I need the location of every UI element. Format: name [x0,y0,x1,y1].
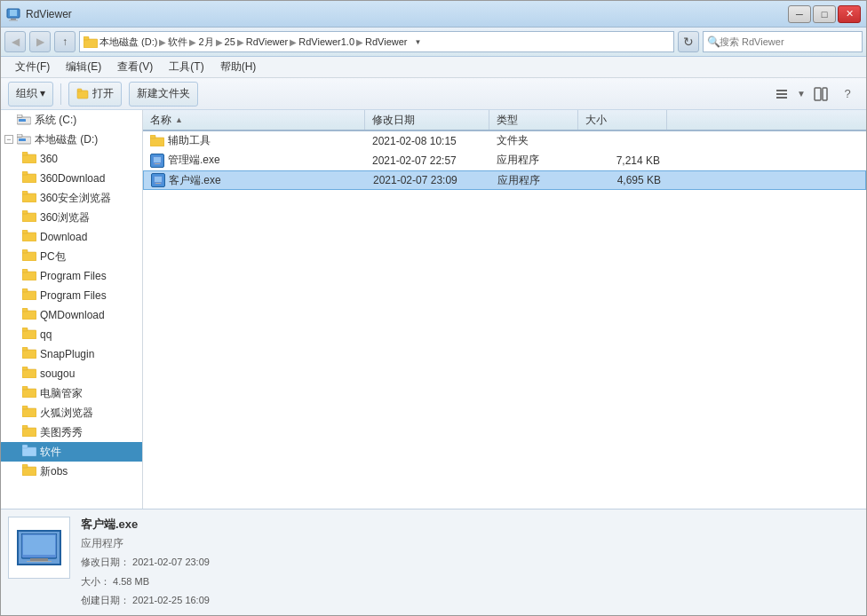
sidebar-item-4[interactable]: Download [1,227,142,247]
svg-rect-2 [11,19,16,20]
status-detail-created: 创建日期： 2021-02-25 16:09 [81,593,859,609]
menu-tools[interactable]: 工具(T) [162,58,211,76]
forward-button[interactable]: ▶ [29,31,51,52]
sidebar-item-7[interactable]: Program Files [1,286,142,305]
file-list-body: 辅助工具 2021-02-08 10:15 文件夹 管理端.exe 2021-0… [143,131,866,509]
sidebar-item-13[interactable]: 火狐浏览器 [1,403,142,423]
help-button[interactable]: ? [836,83,859,106]
sidebar-label-10: SnapPlugin [40,348,94,360]
address-bar[interactable]: 本地磁盘 (D:) ▶ 软件 ▶ 2月 ▶ 25 ▶ RdViewer ▶ Rd… [79,31,674,52]
sidebar-item-3[interactable]: 360浏览器 [1,208,142,227]
toolbar: 组织 ▾ 打开 新建文件夹 ▼ [1,78,866,110]
sidebar-label-14: 美图秀秀 [40,425,83,440]
nav-area: ◀ ▶ ↑ 本地磁盘 (D:) ▶ 软件 ▶ 2月 ▶ 25 ▶ [1,28,866,57]
folder-icon-12 [22,386,36,400]
sidebar-item-14[interactable]: 美图秀秀 [1,423,142,442]
view-details-button[interactable] [770,83,793,106]
sidebar-item-1[interactable]: 360Download [1,169,142,188]
svg-rect-8 [776,90,787,91]
folder-icon-8 [22,308,36,322]
sidebar-label-9: qq [40,328,52,341]
window-icon [6,7,20,21]
open-label: 打开 [92,86,114,101]
svg-rect-29 [22,252,36,261]
view-dropdown-arrow[interactable]: ▼ [797,89,806,99]
col-header-date[interactable]: 修改日期 [365,110,489,130]
folder-icon-10 [22,347,36,361]
sidebar-label-12: 电脑管家 [40,386,83,401]
menu-edit[interactable]: 编辑(E) [59,58,108,76]
sidebar-item-8[interactable]: QMDownload [1,305,142,325]
refresh-button[interactable]: ↻ [678,31,699,52]
sidebar-item-11[interactable]: sougou [1,364,142,383]
toolbar-separator-1 [60,83,61,105]
status-preview-icon [17,530,61,565]
status-detail-modify: 修改日期： 2021-02-07 23:09 [81,555,859,571]
search-input[interactable] [720,36,858,47]
file-list-header: 名称 ▲ 修改日期 类型 大小 [143,110,866,131]
back-button[interactable]: ◀ [4,31,26,52]
minimize-button[interactable]: ─ [788,5,811,23]
status-created-label: 创建日期： [81,595,130,605]
address-dropdown-button[interactable]: ▼ [411,31,426,52]
col-header-size[interactable]: 大小 [578,110,667,130]
svg-rect-51 [22,467,36,476]
svg-rect-62 [23,535,55,555]
sidebar: 系统 (C:) − 本地磁盘 (D:) 360 360Download [1,110,143,509]
svg-rect-11 [815,88,821,100]
file-type-2: 应用程序 [490,173,579,188]
sidebar-item-d-drive[interactable]: − 本地磁盘 (D:) [1,130,142,149]
expand-d-icon[interactable]: − [4,135,13,144]
up-button[interactable]: ↑ [54,31,76,52]
menu-help[interactable]: 帮助(H) [213,58,264,76]
file-row-0[interactable]: 辅助工具 2021-02-08 10:15 文件夹 [143,131,866,151]
folder-icon-11 [22,367,36,381]
menu-view[interactable]: 查看(V) [110,58,160,76]
sidebar-item-c-drive[interactable]: 系统 (C:) [1,110,142,130]
file-size-1: 7,214 KB [578,154,667,167]
c-drive-icon [17,115,31,126]
svg-rect-19 [22,154,36,163]
preview-pane-button[interactable] [809,83,832,106]
sidebar-item-9[interactable]: qq [1,325,142,344]
new-folder-button[interactable]: 新建文件夹 [129,82,198,107]
sidebar-item-15[interactable]: 软件 [1,442,142,462]
maximize-button[interactable]: □ [813,5,836,23]
status-size-value: 4.58 MB [113,576,149,587]
col-header-type[interactable]: 类型 [489,110,578,130]
close-button[interactable]: ✕ [838,5,861,23]
svg-rect-57 [155,163,160,164]
open-button[interactable]: 打开 [68,82,122,107]
svg-rect-15 [17,115,22,118]
folder-icon-0 [22,152,36,166]
svg-rect-26 [22,210,28,214]
svg-rect-12 [823,88,827,100]
file-type-1: 应用程序 [489,153,578,168]
menu-file[interactable]: 文件(F) [8,58,57,76]
status-bar: 客户端.exe 应用程序 修改日期： 2021-02-07 23:09 大小： … [1,509,866,615]
col-header-name[interactable]: 名称 ▲ [143,110,365,130]
menu-bar: 文件(F) 编辑(E) 查看(V) 工具(T) 帮助(H) [1,57,866,78]
folder-icon-16 [22,464,36,478]
svg-rect-32 [22,269,28,272]
svg-rect-43 [22,389,36,398]
sidebar-item-2[interactable]: 360安全浏览器 [1,188,142,208]
sidebar-item-0[interactable]: 360 [1,149,142,169]
file-row-2[interactable]: 客户端.exe 2021-02-07 23:09 应用程序 4,695 KB [143,170,866,190]
file-row-1[interactable]: 管理端.exe 2021-02-07 22:57 应用程序 7,214 KB [143,151,866,170]
sidebar-item-16[interactable]: 新obs [1,462,142,481]
new-folder-label: 新建文件夹 [137,86,190,101]
sidebar-item-10[interactable]: SnapPlugin [1,344,142,364]
sidebar-item-12[interactable]: 电脑管家 [1,383,142,403]
folder-icon-6 [22,269,36,283]
status-filename: 客户端.exe [81,517,859,533]
folder-icon-2 [22,191,36,205]
sidebar-item-5[interactable]: PC包 [1,247,142,266]
svg-rect-24 [22,191,28,194]
organize-button[interactable]: 组织 ▾ [8,82,53,107]
file-date-2: 2021-02-07 23:09 [366,174,490,186]
search-container: 🔍 [703,31,863,52]
sidebar-item-6[interactable]: Program Files [1,266,142,286]
svg-rect-1 [10,10,17,16]
status-modify-value: 2021-02-07 23:09 [132,557,210,567]
